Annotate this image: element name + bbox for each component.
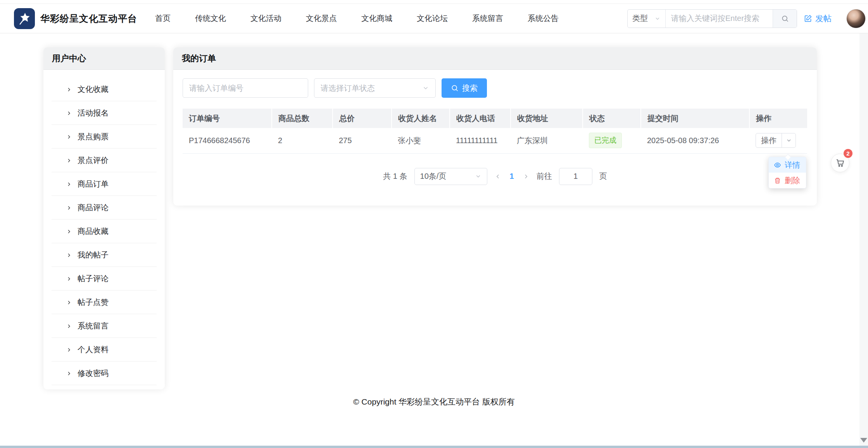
sidebar-title: 用户中心	[43, 47, 165, 70]
col-status: 状态	[583, 109, 641, 128]
sidebar-item-profile[interactable]: 个人资料	[43, 338, 165, 362]
row-action-label: 操作	[756, 133, 782, 147]
header-search-button[interactable]	[773, 10, 797, 28]
table-row: P1746668245676 2 275 张小斐 11111111111 广东深…	[183, 128, 807, 153]
sidebar-menu: 文化收藏 活动报名 景点购票 景点评价 商品订单 商品评论 商品收藏 我的帖子 …	[43, 70, 165, 385]
sidebar-item-change-password[interactable]: 修改密码	[43, 362, 165, 385]
page-number-1[interactable]: 1	[508, 172, 516, 181]
order-number-input[interactable]	[183, 78, 308, 98]
cell-address: 广东深圳	[511, 128, 583, 153]
col-submitted-at: 提交时间	[641, 109, 749, 128]
user-center-sidebar: 用户中心 文化收藏 活动报名 景点购票 景点评价 商品订单 商品评论 商品收藏 …	[43, 47, 165, 389]
sidebar-item-label: 帖子点赞	[78, 297, 109, 308]
sidebar-item-activity-signup[interactable]: 活动报名	[43, 101, 165, 125]
col-quantity: 商品总数	[272, 109, 333, 128]
chevron-right-icon	[66, 157, 72, 164]
chevron-right-icon	[66, 252, 72, 258]
horizontal-scrollbar[interactable]	[0, 446, 868, 448]
sidebar-item-attraction-reviews[interactable]: 景点评价	[43, 149, 165, 172]
search-orders-button[interactable]: 搜索	[442, 78, 487, 98]
cell-receiver-name: 张小斐	[392, 128, 450, 153]
cart-icon	[835, 158, 845, 168]
prev-page-button[interactable]	[494, 173, 501, 180]
create-post-label: 发帖	[815, 13, 832, 24]
header: 华彩纷呈文化互动平台 首页 传统文化 文化活动 文化景点 文化商城 文化论坛 系…	[0, 4, 868, 33]
col-address: 收货地址	[511, 109, 583, 128]
next-page-button[interactable]	[523, 173, 530, 180]
goto-label: 前往	[537, 171, 552, 182]
chevron-right-icon	[66, 110, 72, 116]
create-post-button[interactable]: 发帖	[804, 13, 832, 24]
nav-item-culture-mall[interactable]: 文化商城	[361, 13, 392, 24]
sidebar-item-label: 修改密码	[78, 368, 109, 379]
search-type-label: 类型	[632, 13, 648, 24]
order-filter-row: 请选择订单状态 搜索	[183, 78, 808, 98]
star-wand-icon	[17, 12, 31, 26]
chevron-right-icon	[66, 134, 72, 140]
chevron-right-icon	[66, 86, 72, 93]
sidebar-item-post-comments[interactable]: 帖子评论	[43, 267, 165, 291]
nav-item-system-announcements[interactable]: 系统公告	[528, 13, 559, 24]
user-avatar[interactable]	[846, 9, 866, 28]
sidebar-item-product-orders[interactable]: 商品订单	[43, 172, 165, 196]
col-total-price: 总价	[333, 109, 392, 128]
row-action-button[interactable]: 操作	[756, 133, 796, 148]
row-action-caret[interactable]	[782, 133, 796, 147]
page-unit-label: 页	[599, 171, 607, 182]
chevron-right-icon	[66, 370, 72, 377]
col-receiver-name: 收货人姓名	[392, 109, 450, 128]
sidebar-item-product-comments[interactable]: 商品评论	[43, 196, 165, 220]
page: 华彩纷呈文化互动平台 首页 传统文化 文化活动 文化景点 文化商城 文化论坛 系…	[0, 0, 868, 448]
cell-total-price: 275	[333, 128, 392, 153]
status-badge: 已完成	[589, 133, 622, 148]
page-size-select[interactable]: 10条/页	[414, 168, 487, 185]
sidebar-item-label: 帖子评论	[78, 273, 109, 284]
sidebar-item-label: 商品订单	[78, 179, 109, 189]
chevron-down-icon	[422, 85, 429, 92]
scroll-down-triangle-icon[interactable]	[860, 438, 867, 443]
eye-icon	[774, 161, 781, 169]
sidebar-item-culture-favorites[interactable]: 文化收藏	[43, 78, 165, 101]
goto-page-input[interactable]	[559, 168, 592, 185]
chevron-right-icon	[66, 276, 72, 282]
sidebar-item-label: 个人资料	[78, 344, 109, 355]
chevron-right-icon	[66, 205, 72, 211]
sidebar-item-my-posts[interactable]: 我的帖子	[43, 243, 165, 267]
col-receiver-phone: 收货人电话	[450, 109, 511, 128]
nav-item-home[interactable]: 首页	[155, 13, 171, 24]
search-icon	[781, 15, 789, 22]
col-actions: 操作	[749, 109, 807, 128]
action-dropdown-menu: 详情 删除	[768, 157, 806, 189]
col-order-no: 订单编号	[183, 109, 272, 128]
search-icon	[451, 84, 459, 92]
cell-quantity: 2	[272, 128, 333, 153]
main-nav: 首页 传统文化 文化活动 文化景点 文化商城 文化论坛 系统留言 系统公告	[155, 13, 559, 24]
sidebar-item-post-likes[interactable]: 帖子点赞	[43, 291, 165, 314]
header-search-group: 类型	[627, 9, 797, 28]
nav-item-traditional-culture[interactable]: 传统文化	[195, 13, 226, 24]
cell-submitted-at: 2025-05-08 09:37:26	[641, 128, 749, 153]
sidebar-item-system-messages[interactable]: 系统留言	[43, 314, 165, 338]
nav-item-culture-activities[interactable]: 文化活动	[250, 13, 281, 24]
brand[interactable]: 华彩纷呈文化互动平台	[14, 8, 137, 29]
search-type-select[interactable]: 类型	[628, 10, 666, 28]
sidebar-item-attraction-tickets[interactable]: 景点购票	[43, 125, 165, 149]
header-right: 类型 发帖	[627, 9, 866, 28]
nav-item-culture-forum[interactable]: 文化论坛	[417, 13, 448, 24]
vertical-scrollbar-track[interactable]	[859, 33, 868, 446]
nav-item-system-messages[interactable]: 系统留言	[472, 13, 503, 24]
cell-receiver-phone: 11111111111	[450, 128, 511, 153]
order-status-select[interactable]: 请选择订单状态	[314, 78, 436, 98]
dropdown-item-delete[interactable]: 删除	[769, 173, 806, 188]
keyword-search-input[interactable]	[666, 10, 773, 28]
sidebar-item-label: 商品收藏	[78, 226, 109, 237]
chevron-right-icon	[523, 173, 530, 180]
order-status-placeholder: 请选择订单状态	[321, 83, 375, 93]
cell-actions: 操作	[749, 128, 807, 153]
sidebar-item-label: 我的帖子	[78, 250, 109, 260]
dropdown-delete-label: 删除	[785, 175, 800, 186]
nav-item-culture-attractions[interactable]: 文化景点	[306, 13, 337, 24]
pagination: 共 1 条 10条/页 1 前往 页	[183, 167, 808, 186]
sidebar-item-label: 景点购票	[78, 131, 109, 142]
sidebar-item-product-favorites[interactable]: 商品收藏	[43, 220, 165, 243]
